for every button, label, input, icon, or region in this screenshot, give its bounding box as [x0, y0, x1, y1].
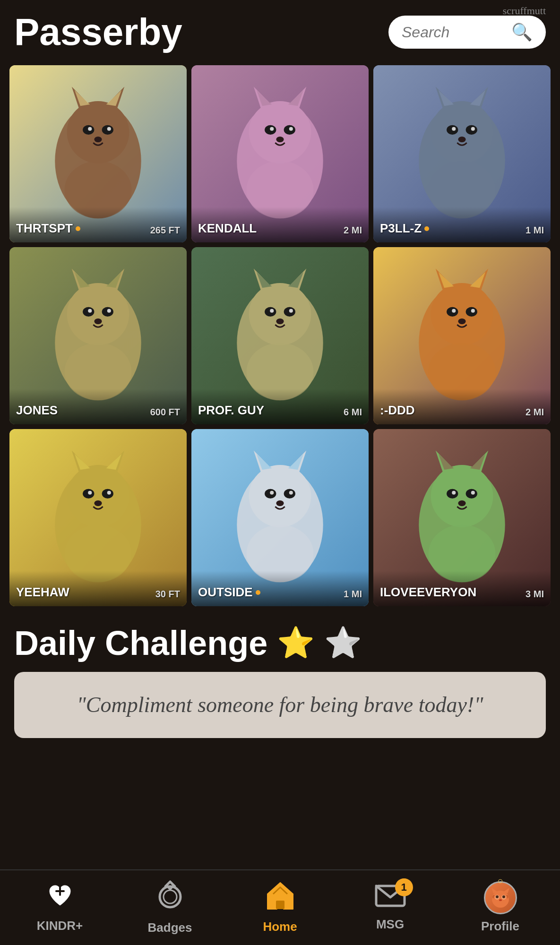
svg-point-2: [67, 101, 129, 163]
nav-item-profile[interactable]: ○ Profile: [463, 881, 538, 934]
nav-label-badges: Badges: [148, 920, 192, 935]
svg-point-101: [289, 491, 293, 495]
card-overlay: JONES 600 FT: [9, 389, 187, 424]
nav-item-home[interactable]: Home: [242, 881, 318, 934]
svg-point-62: [289, 309, 293, 313]
svg-point-61: [270, 309, 274, 313]
svg-point-11: [94, 137, 102, 142]
svg-point-106: [431, 465, 493, 527]
nav-label-msg: MSG: [376, 917, 404, 932]
card-overlay: P3LL-Z 1 MI: [373, 207, 551, 242]
svg-point-130: [499, 899, 502, 901]
svg-point-35: [452, 127, 456, 131]
star-filled-icon: ⭐: [277, 625, 315, 661]
search-icon: 🔍: [511, 22, 533, 42]
card-distance: 30 FT: [155, 589, 180, 600]
card-name: THRTSPT: [16, 221, 80, 236]
svg-point-22: [270, 127, 274, 131]
header: scruffmutt Passerby 🔍: [0, 0, 560, 60]
card-overlay: KENDALL 2 MI: [191, 207, 369, 242]
svg-point-15: [249, 101, 311, 163]
badge-icon: [156, 880, 184, 916]
card-name: OUTSIDE: [198, 585, 260, 600]
svg-point-100: [270, 491, 274, 495]
card-distance: 2 MI: [344, 225, 362, 236]
card-distance: 3 MI: [526, 589, 544, 600]
svg-point-23: [289, 127, 293, 131]
nav-item-msg[interactable]: 1 MSG: [353, 883, 428, 932]
home-icon: [264, 881, 297, 915]
online-dot: [424, 226, 429, 231]
svg-point-80: [67, 465, 129, 527]
card-jones[interactable]: JONES 600 FT: [9, 247, 187, 424]
card-name: ILOVEEVERYON: [380, 585, 476, 600]
card-overlay: ILOVEEVERYON 3 MI: [373, 571, 551, 606]
nav-item-kindrplus[interactable]: KINDR+: [22, 882, 98, 933]
page-title: Passerby: [14, 13, 182, 51]
profile-avatar: ○: [484, 881, 517, 914]
search-input[interactable]: [402, 24, 506, 41]
heart-plus-icon: [46, 882, 74, 914]
svg-point-120: [164, 890, 177, 903]
card-name: YEEHAW: [16, 585, 69, 600]
svg-point-63: [276, 318, 284, 324]
card-outside[interactable]: OUTSIDE 1 MI: [191, 429, 369, 606]
daily-challenge-header: Daily Challenge ⭐ ⭐: [14, 625, 546, 661]
svg-point-126: [496, 895, 499, 898]
card-overlay: THRTSPT 265 FT: [9, 207, 187, 242]
svg-point-102: [276, 500, 284, 506]
nav-item-badges[interactable]: Badges: [132, 880, 208, 935]
online-dot: [76, 226, 80, 231]
svg-point-37: [458, 137, 465, 142]
card-iloveeveryon[interactable]: ILOVEEVERYON 3 MI: [373, 429, 551, 606]
bottom-nav: KINDR+ Badges Home: [0, 869, 560, 945]
challenge-text: "Compliment someone for being brave toda…: [38, 691, 522, 719]
card-profguy[interactable]: PROF. GUY 6 MI: [191, 247, 369, 424]
svg-point-9: [88, 127, 92, 131]
card-thrtspt[interactable]: THRTSPT 265 FT: [9, 65, 187, 242]
profile-icon: ○: [484, 881, 517, 914]
svg-point-115: [458, 500, 465, 506]
card-overlay: PROF. GUY 6 MI: [191, 389, 369, 424]
svg-point-113: [452, 491, 456, 495]
card-yeehaw[interactable]: YEEHAW 30 FT: [9, 429, 187, 606]
svg-point-54: [249, 283, 311, 345]
msg-wrapper: 1: [374, 883, 406, 912]
card-overlay: YEEHAW 30 FT: [9, 571, 187, 606]
svg-point-127: [502, 895, 505, 898]
card-kendall[interactable]: KENDALL 2 MI: [191, 65, 369, 242]
online-dot: [256, 590, 260, 595]
halo-icon: ○: [497, 876, 503, 885]
card-distance: 1 MI: [526, 225, 544, 236]
svg-point-76: [458, 318, 465, 324]
message-icon: 1: [374, 883, 406, 912]
star-empty-icon: ⭐: [324, 625, 362, 661]
svg-point-41: [67, 283, 129, 345]
card-name: P3LL-Z: [380, 221, 429, 236]
card-ddd[interactable]: :-DDD 2 MI: [373, 247, 551, 424]
daily-challenge-title: Daily Challenge: [14, 626, 267, 660]
msg-badge: 1: [395, 878, 413, 896]
svg-point-48: [88, 309, 92, 313]
challenge-card: "Compliment someone for being brave toda…: [14, 672, 546, 738]
svg-point-89: [94, 500, 102, 506]
svg-point-88: [107, 491, 111, 495]
card-name: PROF. GUY: [198, 403, 264, 418]
card-overlay: :-DDD 2 MI: [373, 389, 551, 424]
svg-point-50: [94, 318, 102, 324]
nav-label-kindrplus: KINDR+: [37, 919, 83, 933]
card-distance: 600 FT: [150, 407, 180, 418]
svg-point-75: [471, 309, 475, 313]
card-overlay: OUTSIDE 1 MI: [191, 571, 369, 606]
card-p3llz[interactable]: P3LL-Z 1 MI: [373, 65, 551, 242]
search-bar[interactable]: 🔍: [388, 16, 546, 49]
card-name: KENDALL: [198, 221, 257, 236]
passerby-grid: THRTSPT 265 FT: [0, 60, 560, 611]
card-distance: 6 MI: [344, 407, 362, 418]
svg-point-49: [107, 309, 111, 313]
svg-point-114: [471, 491, 475, 495]
svg-point-28: [431, 101, 493, 163]
card-distance: 1 MI: [344, 589, 362, 600]
card-distance: 2 MI: [526, 407, 544, 418]
app-brand: scruffmutt: [503, 5, 546, 17]
